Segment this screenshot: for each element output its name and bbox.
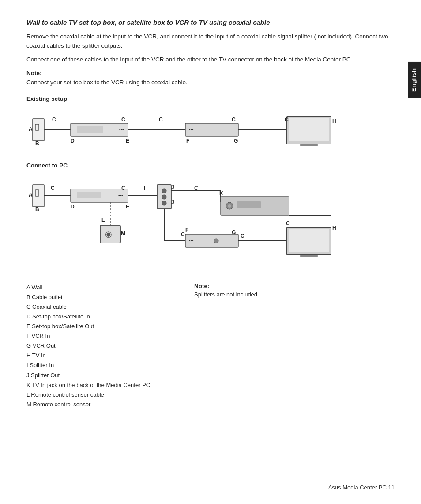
svg-text:F: F xyxy=(185,227,188,233)
legend-item-c: C Coaxial cable xyxy=(26,302,168,312)
legend-note: Note: Splitters are not included. xyxy=(194,283,395,409)
svg-text:H: H xyxy=(332,225,336,231)
svg-text:G: G xyxy=(234,138,238,144)
svg-text:C: C xyxy=(121,117,125,123)
existing-diagram-svg: ••• ••• A B C D xyxy=(26,106,388,154)
svg-text:G: G xyxy=(232,229,236,235)
legend-note-label: Note: xyxy=(194,283,395,289)
svg-text:C: C xyxy=(51,185,55,191)
legend-item-l: L Remote control sensor cable xyxy=(26,390,168,400)
legend-note-text: Splitters are not included. xyxy=(194,291,395,298)
svg-text:B: B xyxy=(35,140,39,147)
svg-rect-51 xyxy=(300,255,318,257)
diagram1-title: Existing setup xyxy=(26,95,395,102)
svg-text:◉: ◉ xyxy=(105,230,112,239)
svg-text:C: C xyxy=(241,233,244,239)
svg-text:E: E xyxy=(126,204,129,210)
svg-text:C: C xyxy=(121,185,125,191)
body-paragraph-1: Remove the coaxial cable at the input to… xyxy=(26,32,395,51)
legend-item-h: H TV In xyxy=(26,351,168,360)
svg-text:•••: ••• xyxy=(119,127,124,132)
svg-text:E: E xyxy=(126,138,129,144)
svg-text:C: C xyxy=(181,231,185,238)
legend-item-a: A Wall xyxy=(26,283,168,292)
svg-text:D: D xyxy=(71,204,75,210)
svg-text:A: A xyxy=(29,192,33,198)
legend-item-i: I Splitter In xyxy=(26,360,168,370)
note-text: Connect your set-top box to the VCR usin… xyxy=(26,78,395,87)
svg-text:C: C xyxy=(52,117,56,123)
svg-rect-9 xyxy=(289,118,329,141)
existing-setup-diagram: ••• ••• A B C D xyxy=(26,106,388,154)
svg-point-35 xyxy=(162,201,166,205)
svg-rect-41 xyxy=(237,201,261,208)
note-label: Note: xyxy=(26,70,395,76)
svg-text:I: I xyxy=(144,185,145,191)
connect-diagram-svg: ••• —— xyxy=(26,172,388,274)
svg-rect-2 xyxy=(77,126,103,133)
diagram2-title: Connect to PC xyxy=(26,162,395,169)
svg-point-47 xyxy=(214,239,218,243)
svg-text:F: F xyxy=(186,138,189,144)
svg-text:H: H xyxy=(332,118,336,125)
svg-rect-50 xyxy=(289,229,329,252)
svg-text:A: A xyxy=(29,126,33,132)
legend-item-m: M Remote control sensor xyxy=(26,400,168,409)
svg-text:K: K xyxy=(219,190,223,197)
page-title: Wall to cable TV set-top box, or satelli… xyxy=(26,18,395,27)
svg-rect-10 xyxy=(300,144,318,146)
legend-item-j: J Splitter Out xyxy=(26,371,168,380)
svg-text:•••: ••• xyxy=(189,238,194,243)
svg-text:C: C xyxy=(285,117,289,123)
svg-text:L: L xyxy=(101,217,105,223)
legend-item-k: K TV In jack on the back of the Media Ce… xyxy=(26,380,168,390)
svg-rect-29 xyxy=(77,192,101,198)
svg-point-33 xyxy=(162,189,166,193)
svg-text:•••: ••• xyxy=(189,127,194,132)
svg-text:M: M xyxy=(121,230,125,236)
svg-point-34 xyxy=(162,195,166,199)
svg-text:C: C xyxy=(159,117,163,123)
legend-item-g: G VCR Out xyxy=(26,341,168,351)
language-tab: English xyxy=(408,62,421,98)
legend-section: A Wall B Cable outlet C Coaxial cable D … xyxy=(26,283,395,409)
svg-point-40 xyxy=(228,204,231,208)
legend-item-e: E Set-top box/Satellite Out xyxy=(26,322,168,331)
legend-list: A Wall B Cable outlet C Coaxial cable D … xyxy=(26,283,168,409)
svg-rect-25 xyxy=(33,185,44,207)
legend-item-b: B Cable outlet xyxy=(26,292,168,302)
svg-text:——: —— xyxy=(265,204,273,208)
svg-text:J: J xyxy=(171,184,174,190)
svg-text:•••: ••• xyxy=(118,193,123,198)
svg-text:C: C xyxy=(194,185,198,191)
legend-item-f: F VCR In xyxy=(26,331,168,341)
legend-item-d: D Set-top box/Satellite In xyxy=(26,312,168,322)
svg-text:B: B xyxy=(35,206,39,212)
svg-rect-11 xyxy=(33,119,44,141)
svg-text:C: C xyxy=(286,220,290,227)
svg-text:D: D xyxy=(71,138,75,144)
connect-to-pc-diagram: ••• —— xyxy=(26,172,388,274)
svg-text:C: C xyxy=(232,117,236,123)
body-paragraph-2: Connect one of these cables to the input… xyxy=(26,55,395,64)
svg-text:J: J xyxy=(171,199,174,205)
page-footer: Asus Media Center PC 11 xyxy=(328,484,395,491)
